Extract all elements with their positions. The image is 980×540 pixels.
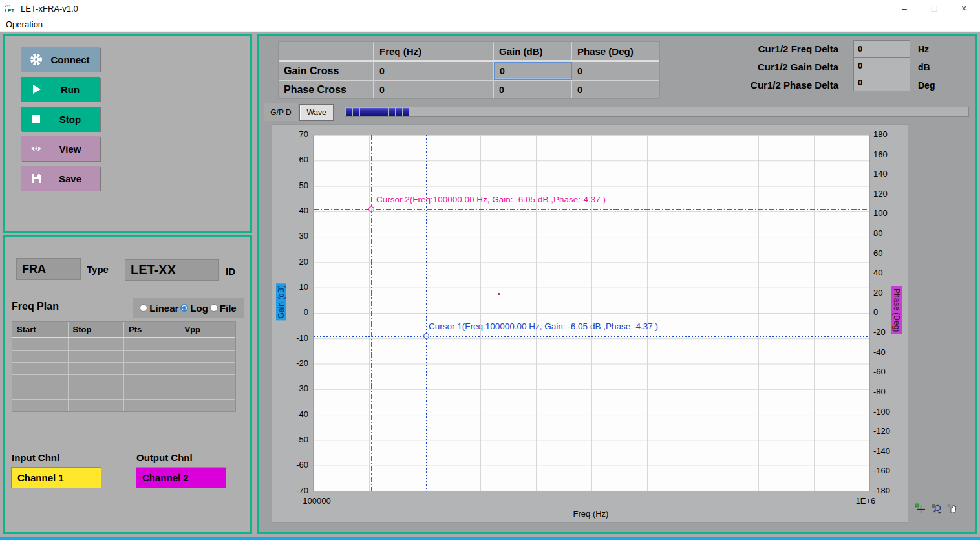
- freq-plan-cell[interactable]: [12, 375, 69, 387]
- save-button[interactable]: Save: [21, 166, 100, 191]
- phase-cross-gain[interactable]: 0: [494, 81, 572, 98]
- freq-plan-cell[interactable]: [180, 363, 236, 374]
- freq-delta-field[interactable]: 0: [853, 40, 910, 58]
- connect-button[interactable]: Connect: [21, 47, 100, 72]
- freq-plan-cell[interactable]: [12, 387, 69, 399]
- radio-linear[interactable]: Linear: [139, 303, 179, 314]
- freq-plan-cell[interactable]: [180, 375, 236, 387]
- id-label: ID: [226, 266, 235, 277]
- freq-plan-col-start: Start: [12, 322, 69, 337]
- freq-plan-cell[interactable]: [124, 400, 180, 411]
- progress-bar: [345, 107, 969, 117]
- view-button[interactable]: View: [21, 136, 100, 161]
- close-button[interactable]: ×: [949, 0, 979, 17]
- eye-icon: [30, 142, 43, 155]
- freq-plan-header: Start Stop Pts Vpp: [12, 322, 235, 338]
- menu-bar: Operation: [0, 17, 980, 32]
- freq-plan-cell[interactable]: [124, 387, 180, 399]
- cross-table: Freq (Hz) Gain (dB) Phase (Deg) Gain Cro…: [278, 41, 660, 99]
- output-channel-value[interactable]: Channel 2: [136, 467, 226, 488]
- progress-segment: [381, 108, 388, 116]
- app-window: 244 LET LET-xFRA-v1.0 – □ × Operation Co…: [0, 0, 980, 540]
- cursor-tool-icon[interactable]: [915, 503, 926, 515]
- freq-plan-col-vpp: Vpp: [180, 322, 236, 337]
- freq-plan-cell[interactable]: [12, 363, 69, 374]
- freq-plan-cell[interactable]: [180, 351, 236, 362]
- freq-plan-cell[interactable]: [69, 338, 125, 350]
- maximize-button[interactable]: □: [919, 0, 949, 17]
- freq-plan-cell[interactable]: [12, 400, 69, 411]
- gain-delta-field[interactable]: 0: [853, 57, 910, 74]
- phase-cross-phase[interactable]: 0: [572, 81, 659, 98]
- freq-plan-cell[interactable]: [180, 400, 236, 411]
- freq-plan-col-stop: Stop: [69, 322, 125, 337]
- app-logo-icon: 244 LET: [5, 3, 16, 14]
- menu-operation[interactable]: Operation: [0, 19, 48, 29]
- cursor-delta-fields: 0 0 0: [853, 40, 910, 91]
- phase-delta-field[interactable]: 0: [853, 74, 910, 91]
- freq-plan-row: [12, 400, 235, 411]
- tab-gpd[interactable]: G/P D: [264, 103, 298, 121]
- input-channel-value[interactable]: Channel 1: [11, 467, 101, 488]
- connect-button-label: Connect: [43, 54, 98, 65]
- gain-cross-freq[interactable]: 0: [374, 62, 494, 80]
- gain-cross-gain[interactable]: 0: [494, 62, 572, 80]
- freq-plan-cell[interactable]: [180, 387, 236, 399]
- freq-plan-cell[interactable]: [180, 338, 236, 350]
- type-field[interactable]: FRA: [16, 258, 81, 280]
- cursor1-marker[interactable]: [423, 333, 429, 339]
- freq-plan-cell[interactable]: [124, 375, 180, 387]
- freq-plan-label: Freq Plan: [12, 301, 59, 312]
- cursor2-hline[interactable]: [314, 209, 869, 210]
- run-button-label: Run: [43, 84, 98, 95]
- freq-delta-label: Cur1/2 Freq Delta: [709, 40, 838, 58]
- play-icon: [30, 83, 43, 96]
- gain-cross-row: Gain Cross 0 0 0: [279, 62, 659, 81]
- freq-plan-cell[interactable]: [12, 351, 69, 362]
- gain-delta-unit: dB: [918, 58, 935, 76]
- freq-plan-row: [12, 351, 235, 363]
- tab-wave[interactable]: Wave: [299, 104, 334, 121]
- radio-icon: [210, 304, 218, 312]
- progress-segment: [346, 108, 352, 116]
- freq-plan-row: [12, 338, 235, 351]
- cursor1-hline[interactable]: [314, 336, 869, 337]
- freq-plan-cell[interactable]: [124, 363, 180, 374]
- cursor2-vline[interactable]: [371, 135, 372, 491]
- x-tick-max: 1E+6: [846, 496, 886, 506]
- freq-plan-body: [12, 338, 235, 411]
- progress-segment: [360, 108, 367, 116]
- radio-log[interactable]: Log: [180, 303, 209, 314]
- freq-plan-cell[interactable]: [69, 351, 125, 362]
- phase-delta-label: Cur1/2 Phase Delta: [709, 76, 838, 94]
- pan-tool-icon[interactable]: [947, 503, 959, 515]
- gain-cross-phase[interactable]: 0: [572, 62, 659, 80]
- freq-plan-cell[interactable]: [124, 338, 180, 350]
- gain-phase-graph: 706050403020100-10-20-30-40-50-60-70 180…: [272, 124, 908, 523]
- stop-button-label: Stop: [43, 114, 98, 125]
- freq-plan-cell[interactable]: [12, 338, 69, 350]
- cursor2-marker[interactable]: [368, 206, 374, 212]
- freq-plan-cell[interactable]: [69, 400, 125, 411]
- freq-plan-row: [12, 387, 235, 400]
- radio-file[interactable]: File: [209, 303, 237, 314]
- plot-area[interactable]: Cursor 2(Freq:100000.00 Hz, Gain: -6.05 …: [313, 135, 870, 491]
- freq-plan-cell[interactable]: [69, 363, 125, 374]
- freq-plan-cell[interactable]: [69, 375, 125, 387]
- id-field[interactable]: LET-XX: [125, 259, 219, 281]
- minimize-button[interactable]: –: [889, 0, 919, 17]
- progress-segment: [396, 108, 402, 116]
- zoom-tool-icon[interactable]: [931, 503, 943, 515]
- cross-col-freq: Freq (Hz): [374, 42, 494, 60]
- freq-delta-unit: Hz: [918, 40, 935, 58]
- freq-plan-cell[interactable]: [124, 351, 180, 362]
- save-button-label: Save: [43, 173, 98, 184]
- gain-cross-label: Gain Cross: [279, 62, 374, 80]
- phase-delta-unit: Deg: [918, 76, 935, 94]
- phase-cross-freq[interactable]: 0: [374, 81, 494, 98]
- freq-plan-row: [12, 363, 235, 375]
- run-button[interactable]: Run: [21, 77, 100, 102]
- stop-button[interactable]: Stop: [21, 107, 100, 131]
- cursor1-vline[interactable]: [426, 135, 427, 491]
- freq-plan-cell[interactable]: [69, 387, 125, 399]
